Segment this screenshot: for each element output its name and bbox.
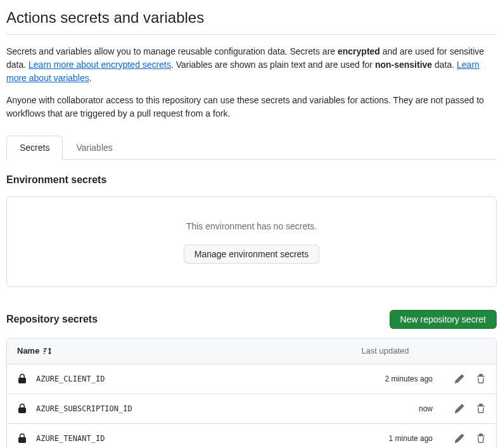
secret-name: AZURE_TENANT_ID xyxy=(36,433,105,444)
secret-name: AZURE_CLIENT_ID xyxy=(36,373,105,385)
secret-updated: now xyxy=(338,403,433,414)
encrypted-bold: encrypted xyxy=(338,46,380,56)
table-row: AZURE_CLIENT_ID 2 minutes ago xyxy=(7,364,496,394)
column-name-label: Name xyxy=(17,345,39,357)
page-title: Actions secrets and variables xyxy=(6,6,497,35)
repository-secrets-header: Repository secrets New repository secret xyxy=(6,310,497,329)
pencil-icon xyxy=(454,433,464,444)
lock-icon xyxy=(17,404,27,414)
secret-name: AZURE_SUBSCRIPTION_ID xyxy=(36,403,132,414)
environment-secrets-heading: Environment secrets xyxy=(6,172,497,188)
lock-icon xyxy=(17,433,27,444)
intro-text-fragment: . Variables are shown as plain text and … xyxy=(171,60,375,70)
nonsensitive-bold: non-sensitive xyxy=(375,60,432,70)
tab-variables[interactable]: Variables xyxy=(63,136,125,160)
tab-secrets[interactable]: Secrets xyxy=(6,136,63,160)
secret-updated: 2 minutes ago xyxy=(338,373,433,385)
edit-button[interactable] xyxy=(454,433,464,444)
table-header: Name Last updated xyxy=(7,338,496,364)
repository-secrets-heading: Repository secrets xyxy=(6,312,98,327)
repository-secrets-table: Name Last updated AZURE_CLIENT_ID 2 minu… xyxy=(6,338,497,448)
learn-secrets-link[interactable]: Learn more about encrypted secrets xyxy=(29,60,171,70)
table-row: AZURE_TENANT_ID 1 minute ago xyxy=(7,424,496,449)
intro-text: Secrets and variables allow you to manag… xyxy=(6,45,497,120)
lock-icon xyxy=(17,374,27,384)
sort-icon xyxy=(43,347,52,355)
trash-icon xyxy=(476,374,486,384)
trash-icon xyxy=(476,433,486,444)
edit-button[interactable] xyxy=(454,404,464,414)
intro-text-fragment: data. xyxy=(432,60,457,70)
intro-text-fragment: . xyxy=(89,73,92,83)
column-updated-header: Last updated xyxy=(338,345,433,357)
intro-paragraph-2: Anyone with collaborator access to this … xyxy=(6,94,497,120)
new-repository-secret-button[interactable]: New repository secret xyxy=(390,310,497,329)
empty-state-text: This environment has no secrets. xyxy=(17,220,486,233)
column-name-header[interactable]: Name xyxy=(17,345,338,357)
pencil-icon xyxy=(454,374,464,384)
edit-button[interactable] xyxy=(454,374,464,384)
pencil-icon xyxy=(454,404,464,414)
tabs: Secrets Variables xyxy=(6,136,497,160)
trash-icon xyxy=(476,404,486,414)
table-row: AZURE_SUBSCRIPTION_ID now xyxy=(7,394,496,424)
manage-environment-secrets-button[interactable]: Manage environment secrets xyxy=(184,245,320,264)
environment-secrets-empty: This environment has no secrets. Manage … xyxy=(6,196,497,287)
intro-text-fragment: Secrets and variables allow you to manag… xyxy=(6,46,338,56)
delete-button[interactable] xyxy=(476,374,486,384)
delete-button[interactable] xyxy=(476,433,486,444)
delete-button[interactable] xyxy=(476,404,486,414)
secret-updated: 1 minute ago xyxy=(338,433,433,444)
